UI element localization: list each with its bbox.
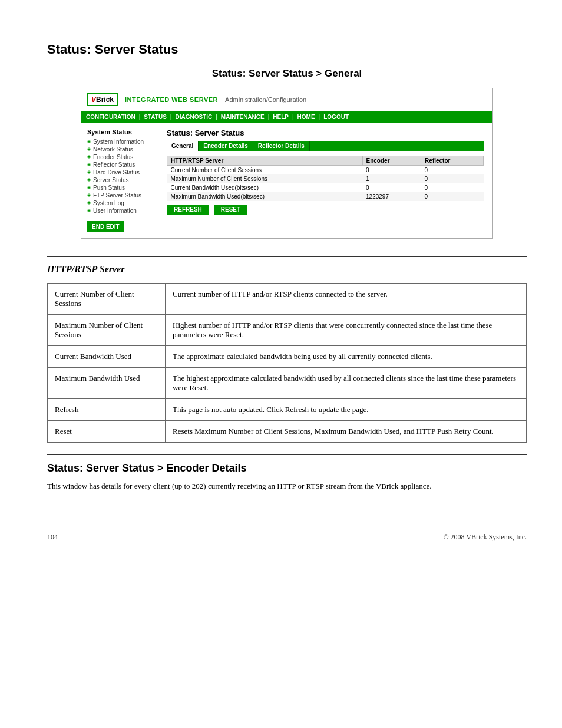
server-status-table: HTTP/RTSP Server Encoder Reflector Curre…	[167, 156, 484, 201]
nav-help[interactable]: HELP	[273, 114, 289, 120]
tab-encoder-details[interactable]: Encoder Details	[199, 141, 253, 151]
row-reflector-val: 0	[421, 174, 484, 183]
col-header-server: HTTP/RTSP Server	[167, 156, 363, 166]
page-footer: 104 © 2008 VBrick Systems, Inc.	[47, 528, 527, 542]
sidebar-item-system-information[interactable]: System Information	[87, 139, 164, 145]
header-iws-label: INTEGRATED WEB SERVER	[125, 96, 218, 103]
sidebar-item-user-information[interactable]: User Information	[87, 207, 164, 214]
nav-configuration[interactable]: CONFIGURATION	[86, 114, 135, 120]
row-label: Current Bandwidth Used(bits/sec)	[167, 183, 363, 192]
page-main-title: Status: Server Status	[47, 42, 527, 57]
row-encoder-val: 1223297	[362, 192, 421, 201]
page-top-line	[47, 24, 527, 24]
desc-label-current-sessions: Current Number of Client Sessions	[48, 284, 166, 315]
sidebar-title: System Status	[87, 129, 164, 136]
sidebar-item-push-status[interactable]: Push Status	[87, 185, 164, 191]
desc-row-reset: Reset Resets Maximum Number of Client Se…	[48, 421, 527, 443]
ui-header: VBrick INTEGRATED WEB SERVER Administrat…	[81, 88, 492, 111]
sidebar-item-ftp-server-status[interactable]: FTP Server Status	[87, 192, 164, 199]
nav-home[interactable]: HOME	[297, 114, 315, 120]
reset-button[interactable]: RESET	[214, 205, 247, 215]
logo-v: V	[91, 95, 96, 104]
tab-general[interactable]: General	[167, 141, 199, 151]
desc-value-max-sessions: Highest number of HTTP and/or RTSP clien…	[166, 315, 527, 346]
encoder-details-description: This window has details for every client…	[47, 480, 527, 492]
tab-reflector-details[interactable]: Reflector Details	[253, 141, 310, 151]
ui-main-content: Status: Server Status General Encoder De…	[164, 129, 487, 232]
section-divider-1	[47, 256, 527, 257]
desc-label-max-sessions: Maximum Number of Client Sessions	[48, 315, 166, 346]
end-edit-button[interactable]: END EDIT	[87, 221, 124, 232]
ui-body: System Status System Information Network…	[81, 123, 492, 238]
row-reflector-val: 0	[421, 166, 484, 175]
desc-label-max-bandwidth: Maximum Bandwidth Used	[48, 368, 166, 399]
page-sub-title: Status: Server Status > General	[47, 68, 527, 80]
action-buttons: REFRESH RESET	[167, 205, 484, 215]
desc-row-max-sessions: Maximum Number of Client Sessions Highes…	[48, 315, 527, 346]
sidebar-item-hard-drive-status[interactable]: Hard Drive Status	[87, 169, 164, 176]
nav-status[interactable]: STATUS	[144, 114, 167, 120]
desc-label-current-bandwidth: Current Bandwidth Used	[48, 346, 166, 368]
row-encoder-val: 1	[362, 174, 421, 183]
sidebar-item-encoder-status[interactable]: Encoder Status	[87, 154, 164, 160]
section-divider-2	[47, 454, 527, 455]
sidebar-item-network-status[interactable]: Network Status	[87, 146, 164, 153]
nav-logout[interactable]: LOGOUT	[323, 114, 349, 120]
table-row: Maximum Number of Client Sessions 1 0	[167, 174, 484, 183]
footer-copyright: © 2008 VBrick Systems, Inc.	[443, 533, 527, 542]
ui-screenshot-box: VBrick INTEGRATED WEB SERVER Administrat…	[81, 88, 493, 239]
desc-label-refresh: Refresh	[48, 399, 166, 421]
row-reflector-val: 0	[421, 192, 484, 201]
sidebar-item-system-log[interactable]: System Log	[87, 200, 164, 206]
nav-diagnostic[interactable]: DIAGNOSTIC	[175, 114, 212, 120]
row-encoder-val: 0	[362, 183, 421, 192]
col-header-encoder: Encoder	[362, 156, 421, 166]
http-rtsp-heading: HTTP/RTSP Server	[47, 264, 527, 275]
desc-label-reset: Reset	[48, 421, 166, 443]
refresh-button[interactable]: REFRESH	[167, 205, 209, 215]
http-rtsp-description-table: Current Number of Client Sessions Curren…	[47, 283, 527, 443]
tab-bar: General Encoder Details Reflector Detail…	[167, 141, 484, 151]
ui-nav-bar: CONFIGURATION | STATUS | DIAGNOSTIC | MA…	[81, 111, 492, 123]
nav-maintenance[interactable]: MAINTENANCE	[221, 114, 265, 120]
desc-value-max-bandwidth: The highest approximate calculated bandw…	[166, 368, 527, 399]
ui-sidebar: System Status System Information Network…	[87, 129, 164, 232]
sidebar-item-server-status[interactable]: Server Status	[87, 177, 164, 183]
header-admin-label: Administration/Configuration	[225, 96, 306, 103]
desc-row-current-bandwidth: Current Bandwidth Used The approximate c…	[48, 346, 527, 368]
row-encoder-val: 0	[362, 166, 421, 175]
desc-value-current-sessions: Current number of HTTP and/or RTSP clien…	[166, 284, 527, 315]
vbrick-logo: VBrick	[87, 93, 118, 106]
row-label: Current Number of Client Sessions	[167, 166, 363, 175]
row-label: Maximum Number of Client Sessions	[167, 174, 363, 183]
desc-value-current-bandwidth: The approximate calculated bandwidth bei…	[166, 346, 527, 368]
table-row: Current Bandwidth Used(bits/sec) 0 0	[167, 183, 484, 192]
desc-value-reset: Resets Maximum Number of Client Sessions…	[166, 421, 527, 443]
desc-row-refresh: Refresh This page is not auto updated. C…	[48, 399, 527, 421]
sidebar-item-reflector-status[interactable]: Reflector Status	[87, 162, 164, 168]
table-row: Current Number of Client Sessions 0 0	[167, 166, 484, 175]
desc-row-max-bandwidth: Maximum Bandwidth Used The highest appro…	[48, 368, 527, 399]
row-label: Maximum Bandwidth Used(bits/sec)	[167, 192, 363, 201]
encoder-details-heading: Status: Server Status > Encoder Details	[47, 462, 527, 475]
ui-main-title: Status: Server Status	[167, 129, 484, 137]
col-header-reflector: Reflector	[421, 156, 484, 166]
desc-value-refresh: This page is not auto updated. Click Ref…	[166, 399, 527, 421]
table-row: Maximum Bandwidth Used(bits/sec) 1223297…	[167, 192, 484, 201]
row-reflector-val: 0	[421, 183, 484, 192]
page-number: 104	[47, 533, 58, 542]
desc-row-current-sessions: Current Number of Client Sessions Curren…	[48, 284, 527, 315]
